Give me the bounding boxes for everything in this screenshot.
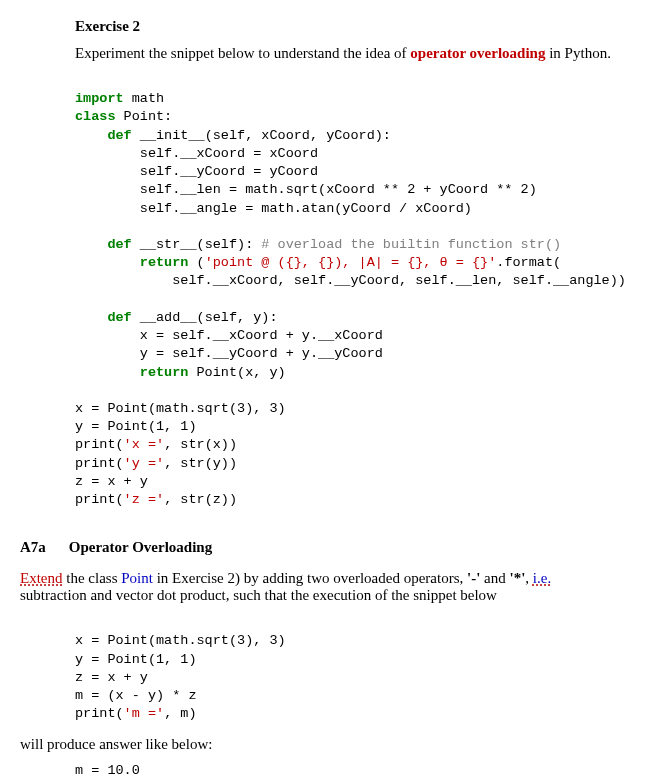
ret-paren: ( bbox=[188, 255, 204, 270]
extend-tail: subtraction and vector dot product, such… bbox=[20, 587, 497, 603]
op-minus: '-' bbox=[467, 570, 480, 586]
comma-text: , bbox=[525, 570, 533, 586]
mod-math: math bbox=[124, 91, 165, 106]
def-str-sig: __str__(self): bbox=[132, 237, 262, 252]
def-add-sig: __add__(self, y): bbox=[132, 310, 278, 325]
comment-str: # overload the builtin function str() bbox=[261, 237, 561, 252]
code-snippet-1: import math class Point: def __init__(se… bbox=[75, 72, 649, 509]
class-point-ref: Point bbox=[121, 570, 153, 586]
c2-print-c: , m) bbox=[164, 706, 196, 721]
op-star: '*' bbox=[510, 570, 526, 586]
kw-def-init: def bbox=[75, 128, 132, 143]
format-open: .format( bbox=[496, 255, 561, 270]
kw-def-str: def bbox=[75, 237, 132, 252]
intro-text-pre: Experiment the snippet below to understa… bbox=[75, 45, 410, 61]
print-y-b: 'y =' bbox=[124, 456, 165, 471]
exercise-intro: Experiment the snippet below to understa… bbox=[75, 45, 649, 62]
extend-mid-b: in Exercise 2) by adding two overloaded … bbox=[153, 570, 467, 586]
section-title: Operator Overloading bbox=[69, 539, 212, 555]
print-x-b: 'x =' bbox=[124, 437, 165, 452]
exercise-title: Exercise 2 bbox=[75, 18, 649, 35]
return-point-xy: Point(x, y) bbox=[188, 365, 285, 380]
section-label: A7a bbox=[20, 539, 65, 556]
def-init-sig: __init__(self, xCoord, yCoord): bbox=[132, 128, 391, 143]
c2-assign-m: m = (x - y) * z bbox=[75, 688, 197, 703]
code-snippet-2: x = Point(math.sqrt(3), 3) y = Point(1, … bbox=[75, 614, 649, 723]
kw-return-add: return bbox=[75, 365, 188, 380]
and-text: and bbox=[480, 570, 509, 586]
c2-assign-z: z = x + y bbox=[75, 670, 148, 685]
extend-mid-a: the class bbox=[63, 570, 122, 586]
print-x-c: , str(x)) bbox=[164, 437, 237, 452]
print-y-c: , str(y)) bbox=[164, 456, 237, 471]
extend-word: Extend bbox=[20, 570, 63, 586]
c2-print-a: print( bbox=[75, 706, 124, 721]
operator-overloading-term: operator overloading bbox=[410, 45, 545, 61]
c2-print-b: 'm =' bbox=[124, 706, 165, 721]
line-init-angle: self.__angle = math.atan(yCoord / xCoord… bbox=[75, 201, 472, 216]
add-line-x: x = self.__xCoord + y.__xCoord bbox=[75, 328, 383, 343]
format-args: self.__xCoord, self.__yCoord, self.__len… bbox=[75, 273, 626, 288]
extend-paragraph: Extend the class Point in Exercise 2) by… bbox=[20, 570, 649, 604]
str-literal-point: 'point @ ({}, {}), |A| = {}, θ = {}' bbox=[205, 255, 497, 270]
print-x-a: print( bbox=[75, 437, 124, 452]
kw-class: class bbox=[75, 109, 116, 124]
kw-return-str: return bbox=[75, 255, 188, 270]
print-y-a: print( bbox=[75, 456, 124, 471]
c2-assign-y: y = Point(1, 1) bbox=[75, 652, 197, 667]
kw-import: import bbox=[75, 91, 124, 106]
add-line-y: y = self.__yCoord + y.__yCoord bbox=[75, 346, 383, 361]
intro-text-post: in Python. bbox=[545, 45, 610, 61]
output-m: m = 10.0 bbox=[75, 763, 649, 778]
print-z-b: 'z =' bbox=[124, 492, 165, 507]
line-init-x: self.__xCoord = xCoord bbox=[75, 146, 318, 161]
print-z-a: print( bbox=[75, 492, 124, 507]
assign-x: x = Point(math.sqrt(3), 3) bbox=[75, 401, 286, 416]
produce-answer-line: will produce answer like below: bbox=[20, 736, 649, 753]
section-heading: A7a Operator Overloading bbox=[20, 539, 649, 556]
print-z-c: , str(z)) bbox=[164, 492, 237, 507]
assign-y: y = Point(1, 1) bbox=[75, 419, 197, 434]
line-init-len: self.__len = math.sqrt(xCoord ** 2 + yCo… bbox=[75, 182, 537, 197]
assign-z: z = x + y bbox=[75, 474, 148, 489]
ie-text: i.e. bbox=[533, 570, 551, 586]
class-name: Point: bbox=[116, 109, 173, 124]
line-init-y: self.__yCoord = yCoord bbox=[75, 164, 318, 179]
c2-assign-x: x = Point(math.sqrt(3), 3) bbox=[75, 633, 286, 648]
kw-def-add: def bbox=[75, 310, 132, 325]
